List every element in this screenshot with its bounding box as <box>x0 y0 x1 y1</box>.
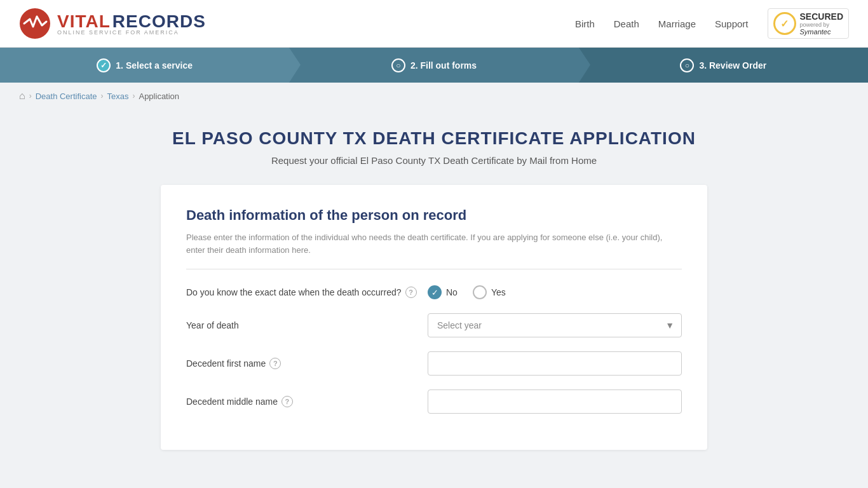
logo-text-wrap: VITAL RECORDS ONLINE SERVICE FOR AMERICA <box>57 11 206 36</box>
radio-yes-label[interactable]: Yes <box>473 285 506 299</box>
middle-name-label: Decedent middle name ? <box>186 396 428 407</box>
exact-date-help-icon[interactable]: ? <box>405 287 417 298</box>
breadcrumb: ⌂ › Death Certificate › Texas › Applicat… <box>0 83 868 109</box>
middle-name-row: Decedent middle name ? <box>186 390 682 414</box>
radio-yes-empty-icon <box>473 285 487 299</box>
exact-date-field: ✓ No Yes <box>428 285 682 299</box>
page-title: EL PASO COUNTY TX DEATH CERTIFICATE APPL… <box>161 128 707 149</box>
step2-circle: ○ <box>391 58 405 72</box>
breadcrumb-texas[interactable]: Texas <box>107 92 129 101</box>
header: VITAL RECORDS ONLINE SERVICE FOR AMERICA… <box>0 0 868 48</box>
logo-area: VITAL RECORDS ONLINE SERVICE FOR AMERICA <box>19 8 206 39</box>
norton-badge: ✓ SECURED powered by Symantec <box>768 8 849 39</box>
breadcrumb-sep-2: › <box>101 92 104 100</box>
middle-name-field <box>428 390 682 414</box>
form-section-title: Death information of the person on recor… <box>186 207 682 224</box>
main-content: EL PASO COUNTY TX DEATH CERTIFICATE APPL… <box>148 109 720 475</box>
middle-name-input[interactable] <box>428 390 682 414</box>
radio-yes-text: Yes <box>491 287 506 297</box>
exact-date-row: Do you know the exact date when the deat… <box>186 285 682 299</box>
nav-birth[interactable]: Birth <box>575 18 595 29</box>
progress-step-3: ○ 3. Review Order <box>579 48 868 83</box>
exact-date-label: Do you know the exact date when the deat… <box>186 287 428 298</box>
norton-symantec-label: Symantec <box>800 28 843 36</box>
step2-label: 2. Fill out forms <box>410 60 477 71</box>
progress-bar: ✓ 1. Select a service ○ 2. Fill out form… <box>0 48 868 83</box>
year-select-wrapper: Select year 2026202520242023202220212020… <box>428 313 682 337</box>
main-nav: Birth Death Marriage Support ✓ SECURED p… <box>575 8 849 39</box>
progress-step-1: ✓ 1. Select a service <box>0 48 289 83</box>
radio-no-checked-icon: ✓ <box>428 285 442 299</box>
year-select[interactable]: Select year 2026202520242023202220212020… <box>428 313 682 337</box>
progress-step-2: ○ 2. Fill out forms <box>289 48 578 83</box>
radio-no-label[interactable]: ✓ No <box>428 285 458 299</box>
middle-name-help-icon[interactable]: ? <box>281 396 293 407</box>
step1-circle: ✓ <box>97 58 111 72</box>
nav-support[interactable]: Support <box>715 18 749 29</box>
breadcrumb-application: Application <box>139 92 179 101</box>
norton-secured-label: SECURED <box>800 11 843 22</box>
first-name-row: Decedent first name ? <box>186 351 682 376</box>
first-name-label: Decedent first name ? <box>186 358 428 369</box>
radio-no-text: No <box>446 287 458 297</box>
first-name-help-icon[interactable]: ? <box>269 358 281 369</box>
form-divider <box>186 269 682 269</box>
year-of-death-row: Year of death Select year 20262025202420… <box>186 313 682 337</box>
logo-tagline: ONLINE SERVICE FOR AMERICA <box>57 29 206 36</box>
breadcrumb-death-certificate[interactable]: Death Certificate <box>36 92 97 101</box>
form-card: Death information of the person on recor… <box>161 185 707 450</box>
home-icon[interactable]: ⌂ <box>19 90 25 102</box>
logo-icon <box>19 8 51 39</box>
step1-label: 1. Select a service <box>116 60 193 71</box>
first-name-field <box>428 351 682 376</box>
year-of-death-label: Year of death <box>186 320 428 330</box>
breadcrumb-sep-3: › <box>132 92 135 100</box>
year-of-death-field: Select year 2026202520242023202220212020… <box>428 313 682 337</box>
nav-death[interactable]: Death <box>614 18 639 29</box>
exact-date-radio-group: ✓ No Yes <box>428 285 682 299</box>
page-subtitle: Request your official El Paso County TX … <box>161 155 707 166</box>
norton-text: SECURED powered by Symantec <box>800 11 843 36</box>
norton-checkmark: ✓ <box>773 12 796 35</box>
first-name-input[interactable] <box>428 351 682 376</box>
breadcrumb-sep-1: › <box>29 92 32 100</box>
norton-powered-label: powered by <box>800 22 843 28</box>
nav-marriage[interactable]: Marriage <box>658 18 696 29</box>
form-section-desc: Please enter the information of the indi… <box>186 231 682 256</box>
step3-circle: ○ <box>680 58 694 72</box>
step3-label: 3. Review Order <box>699 60 766 71</box>
